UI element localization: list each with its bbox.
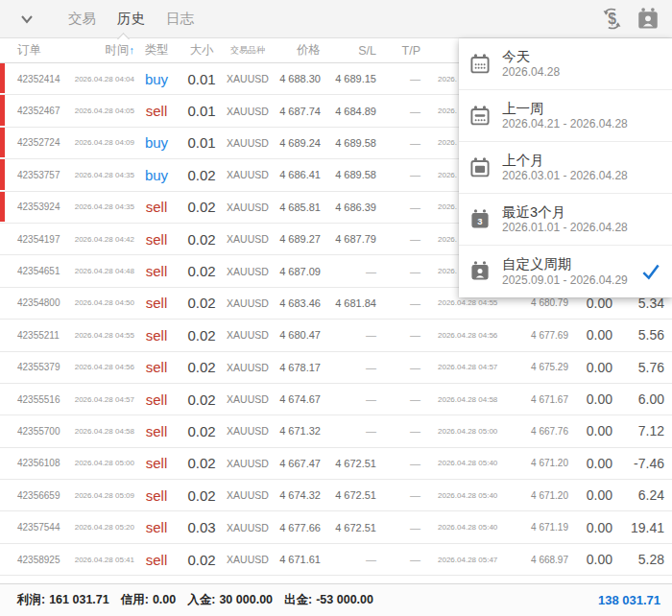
- open-time: 2026.04.28 05:41: [71, 556, 134, 564]
- profit: 6.00: [616, 391, 672, 407]
- order-type: sell: [134, 295, 179, 311]
- symbol: XAUUSD: [225, 137, 271, 149]
- close-price: 4 680.79: [507, 297, 568, 308]
- open-time: 2026.04.28 04:04: [71, 75, 134, 83]
- take-profit: —: [382, 73, 426, 84]
- deposit-withdrawal-icon[interactable]: $: [597, 5, 626, 34]
- order-type: sell: [134, 359, 179, 375]
- swap: 0.00: [568, 520, 616, 535]
- col-time[interactable]: 时间↑: [71, 42, 134, 59]
- period-option-custom[interactable]: 自定义周期 2025.09.01 - 2026.04.29: [459, 246, 672, 297]
- stop-loss: 4 687.79: [326, 233, 382, 245]
- tab-journal[interactable]: 日志: [156, 10, 204, 28]
- period-title: 上个月: [502, 152, 628, 169]
- period-option-last-3-months[interactable]: 3 最近3个月 2026.01.01 - 2026.04.28: [459, 194, 672, 246]
- open-time: 2026.04.28 04:35: [71, 202, 134, 211]
- close-price: 4 671.67: [507, 394, 568, 405]
- open-price: 4 667.47: [271, 458, 326, 469]
- swap: 0.00: [568, 487, 616, 503]
- volume: 0.02: [179, 552, 225, 568]
- period-range: 2025.09.01 - 2026.04.29: [502, 273, 628, 288]
- stop-loss: —: [326, 362, 382, 373]
- stop-loss: —: [326, 554, 382, 565]
- profit-value: 161 031.71: [49, 593, 109, 606]
- custom-period-icon[interactable]: [634, 5, 662, 34]
- stop-loss: 4 681.84: [326, 297, 382, 309]
- profit-label: 利润:: [17, 593, 45, 606]
- take-profit: —: [382, 458, 426, 469]
- volume: 0.02: [179, 359, 225, 375]
- volume: 0.02: [179, 295, 225, 311]
- close-price: 4 675.29: [507, 362, 568, 372]
- calendar-3months-icon: 3: [468, 208, 492, 231]
- col-tp[interactable]: T/P: [382, 44, 426, 58]
- table-row[interactable]: 42356108 2026.04.28 05:00 sell 0.02 XAUU…: [0, 448, 672, 480]
- total-balance: 138 031.71: [598, 593, 660, 607]
- volume: 0.02: [179, 327, 225, 344]
- tab-trade[interactable]: 交易: [58, 10, 107, 28]
- order-type: sell: [134, 263, 179, 279]
- symbol: XAUUSD: [225, 266, 271, 277]
- order-type: sell: [134, 423, 179, 439]
- col-price[interactable]: 价格: [271, 42, 326, 59]
- volume: 0.02: [179, 423, 225, 439]
- order-type: sell: [134, 199, 179, 215]
- table-row[interactable]: 42358925 2026.04.28 05:41 sell 0.02 XAUU…: [0, 544, 672, 576]
- period-option-last-month[interactable]: 上个月 2026.03.01 - 2026.04.28: [459, 142, 672, 194]
- order-id: 42354197: [17, 234, 71, 245]
- open-price: 4 689.27: [271, 233, 326, 245]
- stop-loss: 4 689.58: [326, 137, 382, 149]
- order-type: buy: [134, 134, 179, 151]
- table-row[interactable]: 42355516 2026.04.28 04:57 sell 0.02 XAUU…: [0, 384, 672, 415]
- take-profit: —: [382, 233, 426, 245]
- period-option-last-week[interactable]: 上一周 2026.04.21 - 2026.04.28: [459, 90, 672, 142]
- col-type[interactable]: 类型: [134, 42, 179, 59]
- symbol: XAUUSD: [225, 233, 271, 245]
- period-title: 最近3个月: [502, 203, 628, 221]
- period-title: 自定义周期: [502, 255, 628, 272]
- order-type: sell: [134, 103, 179, 119]
- trading-history-screen: 交易 历史 日志 $ 订单 时间↑ 类型 大小: [0, 0, 672, 616]
- take-profit: —: [382, 201, 426, 213]
- table-row[interactable]: 42356659 2026.04.28 05:09 sell 0.02 XAUU…: [0, 480, 672, 511]
- open-time: 2026.04.28 05:00: [71, 459, 134, 467]
- order-id: 42352724: [17, 137, 71, 148]
- table-row[interactable]: 42355211 2026.04.28 04:55 sell 0.02 XAUU…: [0, 320, 672, 351]
- stop-loss: 4 672.51: [326, 458, 382, 469]
- take-profit: —: [382, 489, 426, 501]
- profit: 7.12: [616, 423, 672, 438]
- svg-text:$: $: [608, 11, 616, 27]
- table-row[interactable]: 42355379 2026.04.28 04:56 sell 0.02 XAUU…: [0, 352, 672, 384]
- take-profit: —: [382, 169, 426, 180]
- symbol: XAUUSD: [225, 554, 271, 565]
- close-time: 2026.04.28 04:56: [426, 331, 507, 340]
- period-title: 上一周: [502, 100, 628, 117]
- table-row[interactable]: 42357544 2026.04.28 05:20 sell 0.03 XAUU…: [0, 511, 672, 543]
- take-profit: —: [382, 137, 426, 149]
- table-row[interactable]: 42355700 2026.04.28 04:58 sell 0.02 XAUU…: [0, 415, 672, 447]
- deposit-label: 入金:: [187, 593, 215, 606]
- take-profit: —: [382, 106, 426, 117]
- open-price: 4 674.67: [271, 393, 326, 405]
- col-volume[interactable]: 大小: [179, 42, 225, 59]
- chevron-down-icon[interactable]: [15, 8, 38, 31]
- stop-loss: 4 689.15: [326, 73, 382, 84]
- period-option-today[interactable]: 今天 2026.04.28: [459, 38, 672, 90]
- stop-loss: 4 684.89: [326, 106, 382, 117]
- tab-history[interactable]: 历史: [107, 10, 156, 28]
- col-symbol[interactable]: 交易品种: [225, 44, 271, 57]
- order-id: 42353924: [17, 201, 71, 212]
- close-time: 2026.04.28 05:47: [426, 556, 507, 564]
- open-price: 4 689.24: [271, 137, 326, 149]
- open-time: 2026.04.28 05:09: [71, 491, 134, 500]
- open-time: 2026.04.28 04:05: [71, 107, 134, 115]
- col-order[interactable]: 订单: [17, 42, 71, 59]
- withdrawal-value: -53 000.00: [316, 593, 373, 606]
- order-type: sell: [134, 487, 179, 504]
- symbol: XAUUSD: [225, 393, 271, 405]
- col-sl[interactable]: S/L: [326, 44, 382, 58]
- order-id: 42356659: [17, 490, 71, 501]
- period-dropdown: 今天 2026.04.28 上一周 2026.04.21 - 2026.04.2…: [459, 38, 672, 297]
- open-time: 2026.04.28 04:42: [71, 235, 134, 244]
- profit: 5.56: [616, 327, 672, 343]
